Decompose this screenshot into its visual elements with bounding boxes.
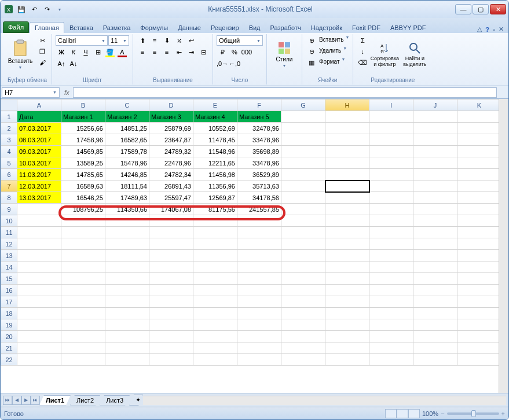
cell-J15[interactable] [413, 273, 457, 285]
row-header-3[interactable]: 3 [1, 134, 17, 146]
cell-I19[interactable] [369, 319, 413, 331]
cell-A6[interactable]: 11.03.2017 [17, 169, 61, 180]
cell-C11[interactable] [105, 227, 149, 238]
cell-J1[interactable] [413, 111, 457, 123]
cell-H8[interactable] [325, 192, 369, 204]
row-header-11[interactable]: 11 [1, 227, 17, 238]
align-top-icon[interactable]: ⬆ [137, 35, 148, 46]
cell-E14[interactable] [193, 261, 237, 273]
col-header-K[interactable]: K [457, 100, 501, 111]
italic-button[interactable]: К [68, 47, 79, 57]
col-header-A[interactable]: A [17, 100, 61, 111]
cell-E19[interactable] [193, 319, 237, 331]
cell-F22[interactable] [237, 354, 281, 366]
row-header-15[interactable]: 15 [1, 273, 17, 285]
underline-button[interactable]: Ч [80, 47, 91, 57]
copy-icon[interactable]: ❐ [36, 46, 48, 57]
cell-E11[interactable] [193, 227, 237, 238]
cell-K18[interactable] [457, 308, 501, 319]
orientation-icon[interactable]: ⤭ [173, 35, 185, 46]
cell-C5[interactable]: 15478,96 [105, 157, 149, 169]
cell-I17[interactable] [369, 296, 413, 308]
tab-data[interactable]: Данные [173, 23, 206, 33]
cell-B18[interactable] [61, 308, 105, 319]
wrap-text-icon[interactable]: ↩ [185, 35, 197, 46]
minimize-ribbon-icon[interactable]: △ [477, 25, 482, 33]
close-workbook-icon[interactable]: ✕ [499, 25, 504, 33]
cell-C10[interactable] [105, 215, 149, 227]
cell-G10[interactable] [281, 215, 325, 227]
tab-view[interactable]: Вид [244, 23, 265, 33]
align-center-icon[interactable]: ≡ [149, 47, 160, 57]
cell-C3[interactable]: 16582,65 [105, 134, 149, 146]
cell-C17[interactable] [105, 296, 149, 308]
cell-F21[interactable] [237, 342, 281, 354]
cell-I18[interactable] [369, 308, 413, 319]
cell-A16[interactable] [17, 285, 61, 296]
row-header-2[interactable]: 2 [1, 123, 17, 134]
cell-K5[interactable] [457, 157, 501, 169]
cell-A8[interactable]: 13.03.2017 [17, 192, 61, 204]
qat-dropdown-icon[interactable]: ▼ [54, 3, 65, 15]
new-sheet-icon[interactable]: ✦ [129, 395, 143, 406]
cell-G13[interactable] [281, 250, 325, 261]
delete-cells-button[interactable]: ⊖Удалить▼ [306, 46, 347, 57]
cell-I11[interactable] [369, 227, 413, 238]
font-name-combo[interactable]: Calibri▼ [56, 35, 108, 46]
increase-decimal-icon[interactable]: ,0→ [217, 58, 228, 69]
cell-K11[interactable] [457, 227, 501, 238]
cell-C2[interactable]: 14851,25 [105, 123, 149, 134]
cell-G22[interactable] [281, 354, 325, 366]
cell-C14[interactable] [105, 261, 149, 273]
align-left-icon[interactable]: ≡ [137, 47, 148, 57]
cell-K7[interactable] [457, 180, 501, 192]
zoom-slider[interactable] [447, 412, 499, 415]
format-painter-icon[interactable]: 🖌 [36, 57, 48, 68]
cell-H4[interactable] [325, 146, 369, 157]
cell-K6[interactable] [457, 169, 501, 180]
cell-C1[interactable]: Магазин 2 [105, 111, 149, 123]
cell-G15[interactable] [281, 273, 325, 285]
tab-review[interactable]: Рецензир [206, 23, 244, 33]
cell-I9[interactable] [369, 204, 413, 215]
border-button[interactable]: ⊞ [92, 47, 104, 57]
vertical-scrollbar[interactable] [499, 99, 508, 393]
cell-F14[interactable] [237, 261, 281, 273]
col-header-D[interactable]: D [149, 100, 193, 111]
cell-G20[interactable] [281, 331, 325, 342]
cell-B3[interactable]: 17458,96 [61, 134, 105, 146]
cell-F20[interactable] [237, 331, 281, 342]
cell-K20[interactable] [457, 331, 501, 342]
cell-F13[interactable] [237, 250, 281, 261]
cell-E21[interactable] [193, 342, 237, 354]
cell-B6[interactable]: 14785,65 [61, 169, 105, 180]
tab-addins[interactable]: Надстройк [306, 23, 347, 33]
col-header-H[interactable]: H [325, 100, 369, 111]
select-all-corner[interactable] [1, 100, 17, 111]
col-header-B[interactable]: B [61, 100, 105, 111]
cell-B19[interactable] [61, 319, 105, 331]
cell-F15[interactable] [237, 273, 281, 285]
cell-H7[interactable] [325, 180, 369, 192]
zoom-in-icon[interactable]: + [501, 410, 505, 417]
cell-E4[interactable]: 11548,96 [193, 146, 237, 157]
format-cells-button[interactable]: ▦Формат▼ [306, 57, 345, 68]
cell-E8[interactable]: 12569,87 [193, 192, 237, 204]
cell-E1[interactable]: Магазин 4 [193, 111, 237, 123]
page-break-view-icon[interactable] [408, 409, 420, 418]
cell-C16[interactable] [105, 285, 149, 296]
cell-D16[interactable] [149, 285, 193, 296]
cell-B22[interactable] [61, 354, 105, 366]
cell-J2[interactable] [413, 123, 457, 134]
row-header-6[interactable]: 6 [1, 169, 17, 180]
horizontal-scrollbar[interactable] [143, 396, 506, 405]
cell-H15[interactable] [325, 273, 369, 285]
cell-J3[interactable] [413, 134, 457, 146]
cell-D6[interactable]: 24782,34 [149, 169, 193, 180]
sheet-nav-last-icon[interactable]: ⏭ [31, 396, 40, 405]
cell-I1[interactable] [369, 111, 413, 123]
col-header-E[interactable]: E [193, 100, 237, 111]
cell-B9[interactable]: 108796,25 [61, 204, 105, 215]
cell-D12[interactable] [149, 238, 193, 250]
cell-G1[interactable] [281, 111, 325, 123]
